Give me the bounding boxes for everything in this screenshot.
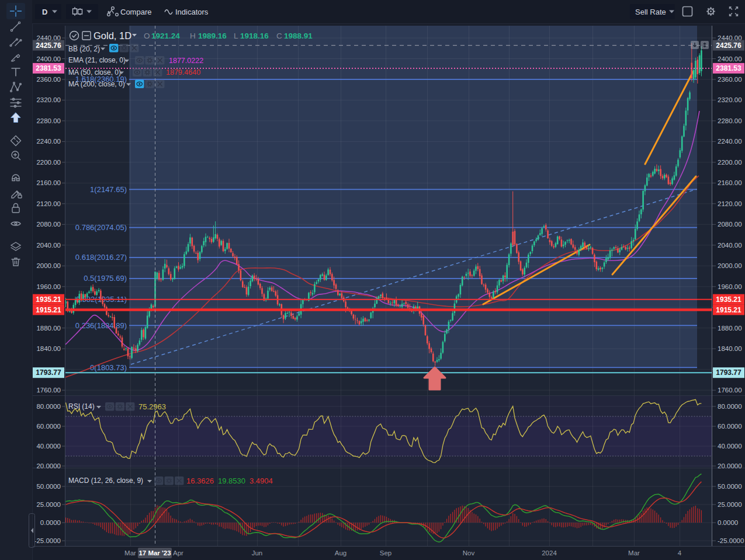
svg-text:-25.0000: -25.0000 (718, 537, 744, 544)
svg-text:Mar: Mar (124, 549, 136, 556)
svg-text:2360.00: 2360.00 (718, 76, 742, 83)
svg-text:2200.00: 2200.00 (36, 159, 61, 166)
svg-text:1793.77: 1793.77 (36, 368, 61, 377)
svg-text:2381.53: 2381.53 (36, 64, 61, 72)
svg-text:2360.00: 2360.00 (36, 76, 61, 83)
svg-text:1918.16: 1918.16 (240, 32, 269, 40)
svg-text:4: 4 (678, 549, 682, 556)
svg-text:Sell Rate: Sell Rate (635, 8, 666, 16)
svg-text:1760.00: 1760.00 (36, 387, 61, 394)
svg-text:2160.00: 2160.00 (36, 179, 61, 186)
svg-text:2080.00: 2080.00 (718, 221, 742, 228)
svg-text:0.0000: 0.0000 (40, 519, 61, 526)
svg-text:H: H (190, 32, 196, 40)
svg-text:1935.21: 1935.21 (36, 295, 61, 304)
svg-text:60.0000: 60.0000 (718, 423, 742, 430)
svg-text:2381.53: 2381.53 (716, 64, 741, 72)
svg-text:0.786(2074.05): 0.786(2074.05) (75, 223, 127, 232)
svg-text:1840.00: 1840.00 (36, 345, 61, 352)
svg-text:2120.00: 2120.00 (718, 200, 742, 207)
svg-text:Gold, 1D: Gold, 1D (93, 30, 131, 41)
svg-text:50.0000: 50.0000 (718, 483, 742, 490)
svg-text:75.2963: 75.2963 (138, 402, 166, 411)
svg-text:1840.00: 1840.00 (718, 345, 742, 352)
svg-text:RSI (14): RSI (14) (68, 402, 95, 411)
svg-text:2425.76: 2425.76 (36, 41, 61, 50)
svg-text:1(2147.65): 1(2147.65) (90, 185, 127, 194)
svg-text:17 Mar '23: 17 Mar '23 (138, 549, 171, 556)
svg-text:Sep: Sep (380, 549, 391, 556)
svg-text:2400.00: 2400.00 (36, 55, 61, 62)
svg-text:Aug: Aug (335, 549, 346, 556)
svg-text:MACD (12, 26, close, 9): MACD (12, 26, close, 9) (68, 476, 143, 485)
svg-text:25.0000: 25.0000 (718, 501, 742, 508)
svg-text:1793.77: 1793.77 (716, 368, 741, 377)
svg-text:16.3626: 16.3626 (186, 476, 214, 485)
svg-text:80.0000: 80.0000 (36, 403, 61, 410)
svg-text:2320.00: 2320.00 (718, 96, 742, 103)
svg-text:1760.00: 1760.00 (718, 387, 742, 394)
svg-text:Apr: Apr (173, 549, 183, 556)
svg-text:2040.00: 2040.00 (36, 242, 61, 249)
svg-text:0.618(2016.27): 0.618(2016.27) (75, 253, 127, 262)
svg-text:1960.00: 1960.00 (36, 283, 61, 290)
svg-text:Nov: Nov (463, 549, 475, 556)
svg-text:2040.00: 2040.00 (718, 242, 742, 249)
svg-text:1921.24: 1921.24 (151, 32, 180, 40)
svg-text:2425.76: 2425.76 (716, 41, 741, 50)
svg-text:1935.21: 1935.21 (716, 295, 741, 304)
svg-text:MA (50, close, 0): MA (50, close, 0) (68, 68, 121, 76)
svg-text:Jun: Jun (252, 549, 263, 556)
svg-text:MA (200, close, 0): MA (200, close, 0) (68, 80, 125, 88)
svg-text:2000.00: 2000.00 (718, 262, 742, 269)
svg-text:Compare: Compare (120, 8, 151, 16)
svg-text:BB (20, 2): BB (20, 2) (68, 45, 100, 53)
svg-text:2320.00: 2320.00 (36, 96, 61, 103)
svg-text:1877.0222: 1877.0222 (169, 57, 203, 65)
svg-text:C: C (276, 32, 282, 40)
svg-text:40.0000: 40.0000 (36, 443, 61, 450)
svg-text:2080.00: 2080.00 (36, 221, 61, 228)
svg-text:2280.00: 2280.00 (36, 117, 61, 124)
svg-text:3.4904: 3.4904 (250, 476, 273, 485)
svg-text:25.0000: 25.0000 (36, 501, 61, 508)
svg-text:2000.00: 2000.00 (36, 262, 61, 269)
svg-text:2024: 2024 (542, 549, 557, 556)
svg-text:60.0000: 60.0000 (36, 423, 61, 430)
svg-text:1960.00: 1960.00 (718, 283, 742, 290)
svg-text:2160.00: 2160.00 (718, 179, 742, 186)
svg-text:1880.00: 1880.00 (718, 325, 742, 332)
svg-text:2240.00: 2240.00 (36, 138, 61, 145)
svg-text:2200.00: 2200.00 (718, 159, 742, 166)
svg-text:1879.4640: 1879.4640 (166, 68, 200, 76)
svg-text:D: D (42, 8, 47, 16)
svg-text:Mar: Mar (628, 549, 640, 556)
svg-text:2280.00: 2280.00 (718, 117, 742, 124)
svg-text:1880.00: 1880.00 (36, 325, 61, 332)
svg-text:19.8530: 19.8530 (218, 476, 245, 485)
svg-text:1989.16: 1989.16 (198, 32, 227, 40)
svg-text:1988.91: 1988.91 (284, 32, 313, 40)
svg-text:0(1803.73): 0(1803.73) (90, 363, 127, 372)
svg-text:2400.00: 2400.00 (718, 55, 742, 62)
svg-text:20.0000: 20.0000 (36, 462, 61, 469)
svg-text:2240.00: 2240.00 (718, 138, 742, 145)
svg-text:20.0000: 20.0000 (718, 462, 742, 469)
svg-text:L: L (234, 32, 238, 40)
svg-text:50.0000: 50.0000 (36, 483, 61, 490)
svg-text:0.236(1884.89): 0.236(1884.89) (75, 321, 127, 330)
svg-text:1915.21: 1915.21 (716, 306, 741, 314)
svg-text:80.0000: 80.0000 (718, 403, 742, 410)
svg-text:Indicators: Indicators (175, 8, 209, 16)
svg-text:2120.00: 2120.00 (36, 200, 61, 207)
svg-text:40.0000: 40.0000 (718, 443, 742, 450)
svg-text:0.0000: 0.0000 (718, 519, 738, 526)
svg-text:1915.21: 1915.21 (36, 306, 61, 314)
svg-text:0.5(1975.69): 0.5(1975.69) (84, 274, 127, 283)
svg-text:-25.0000: -25.0000 (34, 537, 61, 544)
svg-text:O: O (144, 32, 150, 40)
svg-text:EMA (21, close, 0): EMA (21, close, 0) (68, 56, 126, 64)
